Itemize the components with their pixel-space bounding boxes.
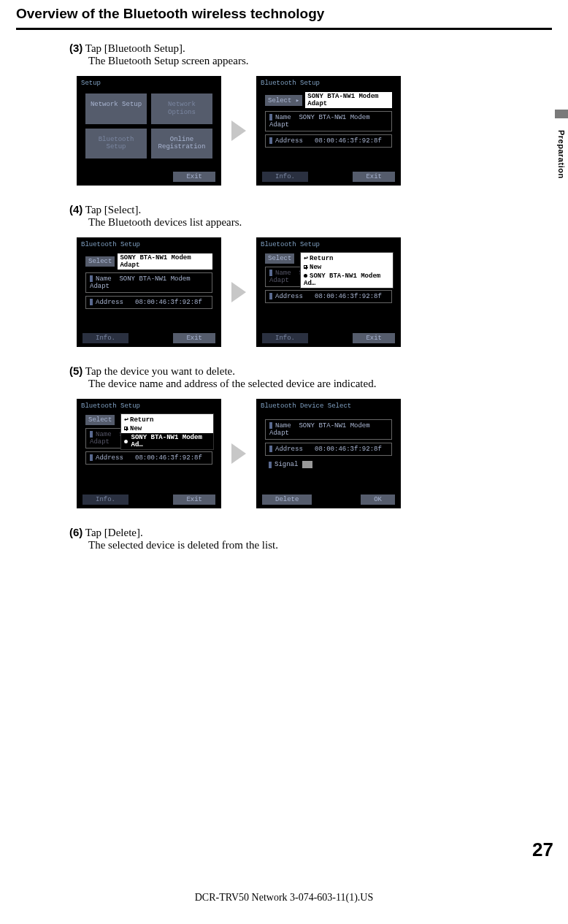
dropdown-device-item-selected[interactable]: SONY BTA-NW1 Modem Ad… bbox=[121, 433, 213, 449]
info-button[interactable]: Info. bbox=[262, 172, 308, 182]
info-button[interactable]: Info. bbox=[82, 495, 128, 505]
return-icon bbox=[124, 416, 130, 424]
bullet-icon bbox=[304, 274, 307, 278]
screen-bt-setup-dropdown: Bluetooth Setup Select Return New SONY B… bbox=[256, 237, 401, 347]
select-button[interactable]: Select bbox=[265, 253, 294, 264]
address-row: Address 08:00:46:3f:92:8f bbox=[265, 290, 392, 303]
exit-button[interactable]: Exit bbox=[353, 172, 395, 182]
step-5-sub: The device name and address of the selec… bbox=[88, 378, 539, 390]
exit-button[interactable]: Exit bbox=[173, 333, 215, 343]
step-4-screens: Bluetooth Setup Select SONY BTA-NW1 Mode… bbox=[77, 237, 539, 347]
dropdown-new-item[interactable]: New bbox=[121, 424, 213, 433]
selected-device-field: SONY BTA-NW1 Modem Adapt bbox=[305, 92, 392, 108]
step-6-sub: The selected device is deleted from the … bbox=[88, 539, 539, 551]
select-button[interactable]: Select bbox=[85, 415, 115, 425]
online-registration-button[interactable]: Online Registration bbox=[151, 129, 212, 159]
device-dropdown: Return New SONY BTA-NW1 Modem Ad… bbox=[300, 252, 394, 289]
name-row: Name SONY BTA-NW1 Modem Adapt bbox=[85, 272, 212, 293]
ok-button[interactable]: OK bbox=[361, 495, 395, 505]
step-4: (4) Tap [Select]. The Bluetooth devices … bbox=[69, 203, 539, 229]
title-rule bbox=[16, 28, 552, 30]
arrow-right-icon bbox=[231, 121, 246, 141]
step-3-num: (3) bbox=[69, 42, 82, 54]
arrow-right-icon bbox=[231, 443, 246, 464]
dropdown-return-item[interactable]: Return bbox=[121, 414, 213, 424]
page-number: 27 bbox=[532, 839, 553, 861]
dropdown-return-item[interactable]: Return bbox=[301, 253, 393, 263]
device-dropdown: Return New SONY BTA-NW1 Modem Ad… bbox=[120, 413, 214, 450]
side-tab-label: Preparation bbox=[557, 130, 566, 179]
tab-stripe bbox=[555, 110, 568, 118]
screen-bt-setup-dropdown-hl: Bluetooth Setup Select Return New SONY B… bbox=[77, 399, 221, 508]
screen-title-devsel: Bluetooth Device Select bbox=[259, 402, 398, 412]
bluetooth-setup-button[interactable]: Bluetooth Setup bbox=[85, 129, 147, 159]
screen-setup: Setup Network Setup Network Options Blue… bbox=[77, 76, 221, 186]
select-button[interactable]: Select bbox=[85, 256, 115, 267]
step-4-sub: The Bluetooth devices list appears. bbox=[88, 216, 539, 229]
step-3-text: Tap [Bluetooth Setup]. bbox=[85, 42, 185, 54]
step-5-num: (5) bbox=[69, 364, 82, 377]
select-button[interactable]: Select ▸ bbox=[265, 95, 302, 106]
step-5: (5) Tap the device you want to delete. T… bbox=[69, 364, 539, 390]
network-options-button[interactable]: Network Options bbox=[151, 93, 212, 124]
name-row: Name SONY BTA-NW1 Modem Adapt bbox=[265, 419, 392, 440]
step-5-text: Tap the device you want to delete. bbox=[85, 365, 235, 377]
name-label: Name bbox=[275, 114, 291, 121]
screen-device-select: Bluetooth Device Select Name SONY BTA-NW… bbox=[256, 399, 401, 508]
address-row: Address 08:00:46:3f:92:8f bbox=[85, 296, 212, 309]
screen-title-bt1: Bluetooth Setup bbox=[259, 79, 398, 89]
delete-button[interactable]: Delete bbox=[262, 495, 312, 505]
step-6-text: Tap [Delete]. bbox=[85, 527, 143, 538]
step-3-sub: The Bluetooth Setup screen appears. bbox=[88, 55, 539, 67]
exit-button[interactable]: Exit bbox=[353, 333, 395, 343]
online-reg-line2: Registration bbox=[153, 143, 211, 151]
step-6-num: (6) bbox=[69, 526, 82, 538]
return-icon bbox=[304, 255, 310, 262]
name-row: Name SONY BTA-NW1 Modem Adapt bbox=[265, 111, 392, 131]
screen-title-bt3: Bluetooth Setup bbox=[259, 240, 398, 251]
step-5-screens: Bluetooth Setup Select Return New SONY B… bbox=[77, 399, 539, 508]
selected-device-field: SONY BTA-NW1 Modem Adapt bbox=[118, 253, 212, 270]
screen-bt-setup-2: Bluetooth Setup Select SONY BTA-NW1 Mode… bbox=[77, 237, 221, 347]
step-4-text: Tap [Select]. bbox=[85, 204, 141, 215]
bullet-icon bbox=[124, 440, 128, 443]
plus-icon bbox=[124, 427, 128, 430]
plus-icon bbox=[304, 265, 307, 269]
screen-bt-setup-1: Bluetooth Setup Select ▸ SONY BTA-NW1 Mo… bbox=[256, 76, 401, 186]
step-3: (3) Tap [Bluetooth Setup]. The Bluetooth… bbox=[69, 42, 539, 67]
exit-button[interactable]: Exit bbox=[173, 172, 215, 182]
page-title: Overview of the Bluetooth wireless techn… bbox=[0, 0, 568, 25]
content: (3) Tap [Bluetooth Setup]. The Bluetooth… bbox=[0, 42, 568, 551]
screen-title-bt2: Bluetooth Setup bbox=[80, 240, 218, 251]
address-label: Address bbox=[275, 137, 303, 145]
step-6: (6) Tap [Delete]. The selected device is… bbox=[69, 526, 539, 551]
dropdown-device-item[interactable]: SONY BTA-NW1 Modem Ad… bbox=[301, 272, 393, 288]
address-value: 08:00:46:3f:92:8f bbox=[315, 137, 382, 145]
screen-title-setup: Setup bbox=[80, 79, 218, 89]
exit-button[interactable]: Exit bbox=[173, 495, 215, 505]
dropdown-new-item[interactable]: New bbox=[301, 263, 393, 272]
screen-title-bt4: Bluetooth Setup bbox=[80, 402, 218, 412]
address-row: Address 08:00:46:3f:92:8f bbox=[85, 451, 212, 465]
step-4-num: (4) bbox=[69, 203, 82, 215]
signal-icon bbox=[302, 461, 312, 468]
address-row: Address 08:00:46:3f:92:8f bbox=[265, 443, 392, 456]
address-row: Address 08:00:46:3f:92:8f bbox=[265, 134, 392, 148]
arrow-right-icon bbox=[231, 282, 246, 302]
footer-text: DCR-TRV50 Network 3-074-603-11(1).US bbox=[0, 892, 568, 904]
online-reg-line1: Online bbox=[153, 136, 211, 144]
signal-row: Signal bbox=[265, 459, 392, 470]
step-3-screens: Setup Network Setup Network Options Blue… bbox=[77, 76, 539, 186]
info-button[interactable]: Info. bbox=[262, 333, 308, 343]
info-button[interactable]: Info. bbox=[82, 333, 128, 343]
network-setup-button[interactable]: Network Setup bbox=[85, 93, 147, 124]
